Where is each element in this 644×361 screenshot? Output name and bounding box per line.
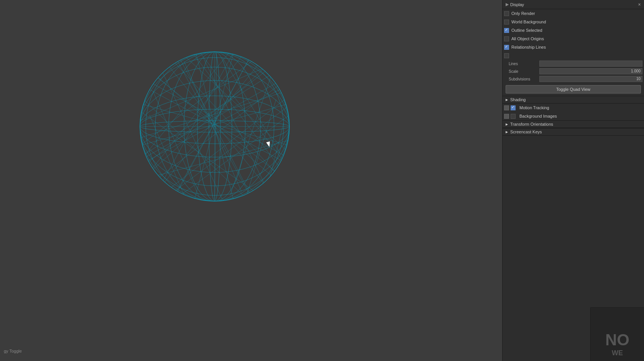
svg-line-26 [146,84,280,188]
scale-field-row: Scale 1.000 [503,67,644,75]
svg-line-27 [140,96,249,201]
svg-line-29 [165,52,289,188]
bottom-right-overlay: NO WE [590,307,644,361]
background-images-checkbox[interactable] [511,114,516,119]
shading-arrow-icon: ▶ [506,98,508,102]
background-images-collapse-icon[interactable] [504,114,509,119]
svg-line-59 [230,73,272,195]
background-images-label: Background Images [519,114,642,118]
overlay-text: gy Toggle [4,349,22,353]
toggle-quad-view-button[interactable]: Toggle Quad View [506,85,641,94]
scale-label: Scale [509,69,539,74]
motion-tracking-label: Motion Tracking [519,105,642,110]
outline-selected-checkbox[interactable] [504,28,509,33]
svg-line-37 [172,115,289,201]
relationship-lines-checkbox[interactable] [504,45,509,50]
bottom-overlay: gy Toggle [4,349,22,353]
motion-tracking-collapse-icon[interactable] [504,105,509,110]
grid-floor-row: Grid Floor X Y Z [503,51,644,60]
world-background-row: World Background [503,18,644,26]
svg-line-41 [146,57,276,176]
all-object-origins-label: All Object Origins [511,36,642,41]
screencast-keys-header[interactable]: ▶ Screencast Keys [503,128,644,136]
shading-section-label: Shading [510,97,526,102]
only-render-checkbox[interactable] [504,11,509,16]
background-images-row: Background Images [503,112,644,120]
transform-orientations-label: Transform Orientations [510,122,553,126]
grid-floor-checkbox[interactable] [504,53,509,58]
transform-orientations-header[interactable]: ▶ Transform Orientations [503,121,644,128]
subdivisions-field-row: Subdivisions 10 [503,75,644,83]
display-section-header: ▶ Display [503,0,644,9]
right-panel: × ▶ Display Only Render World Background… [502,0,644,361]
motion-tracking-checkbox[interactable] [511,105,516,110]
svg-line-58 [150,115,186,199]
no-label: NO [605,331,629,349]
relationship-lines-row: Relationship Lines [503,43,644,51]
svg-line-44 [194,52,234,203]
svg-line-43 [172,52,253,199]
shading-section-header[interactable]: ▶ Shading [503,96,644,103]
cursor-pointer [267,142,271,149]
sphere-container [134,46,295,207]
only-render-row: Only Render [503,9,644,18]
display-section-label: Display [510,2,524,7]
svg-line-57 [153,92,199,197]
relationship-lines-label: Relationship Lines [511,45,642,49]
motion-tracking-row: Motion Tracking [503,103,644,112]
outline-selected-label: Outline Selected [511,28,642,33]
svg-line-55 [222,57,280,153]
lines-label: Lines [509,62,539,66]
all-object-origins-row: All Object Origins [503,34,644,43]
scale-value[interactable]: 1.000 [539,68,642,74]
outline-selected-row: Outline Selected [503,26,644,34]
subdivisions-value[interactable]: 10 [539,76,642,82]
we-label: WE [612,349,623,357]
screencast-keys-arrow-icon: ▶ [506,130,508,134]
svg-line-20 [192,52,289,180]
display-arrow-icon: ▶ [506,2,509,7]
all-object-origins-checkbox[interactable] [504,36,509,41]
world-background-label: World Background [511,20,642,24]
lines-field-row: Lines [503,60,644,67]
subdivisions-label: Subdivisions [509,77,539,81]
screencast-keys-label: Screencast Keys [510,130,542,134]
close-panel-button[interactable]: × [636,2,642,8]
transform-orientations-arrow-icon: ▶ [506,123,508,126]
only-render-label: Only Render [511,11,642,16]
world-background-checkbox[interactable] [504,20,509,25]
viewport[interactable]: gy Toggle [0,0,502,361]
lines-value[interactable] [539,61,642,67]
